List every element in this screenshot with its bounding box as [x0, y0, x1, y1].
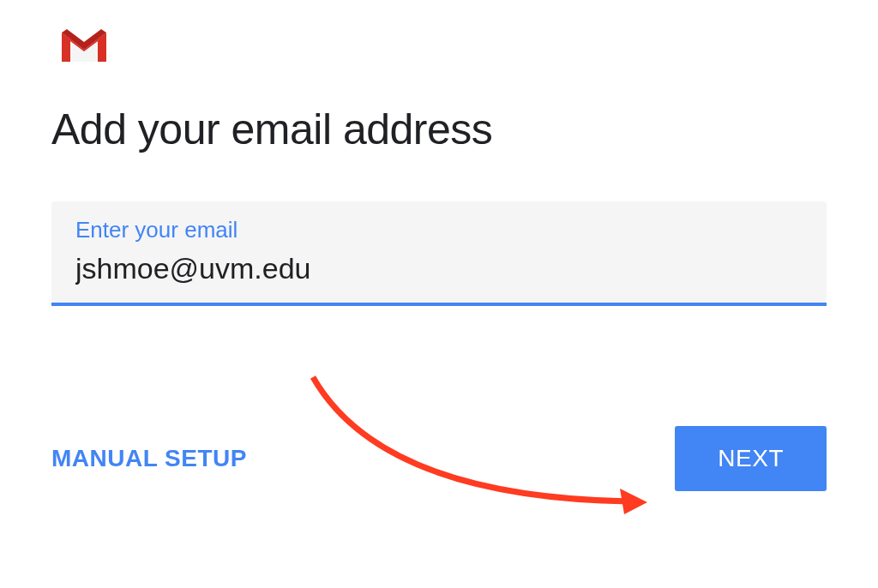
page-title: Add your email address	[51, 105, 827, 154]
email-input-label: Enter your email	[75, 217, 803, 243]
next-button[interactable]: NEXT	[675, 426, 827, 491]
gmail-icon	[58, 26, 110, 67]
action-row: MANUAL SETUP NEXT	[51, 426, 827, 491]
svg-marker-0	[620, 489, 647, 514]
logo-container	[58, 26, 827, 70]
email-field[interactable]	[75, 252, 803, 285]
email-input-container[interactable]: Enter your email	[51, 201, 827, 306]
manual-setup-button[interactable]: MANUAL SETUP	[51, 445, 247, 472]
